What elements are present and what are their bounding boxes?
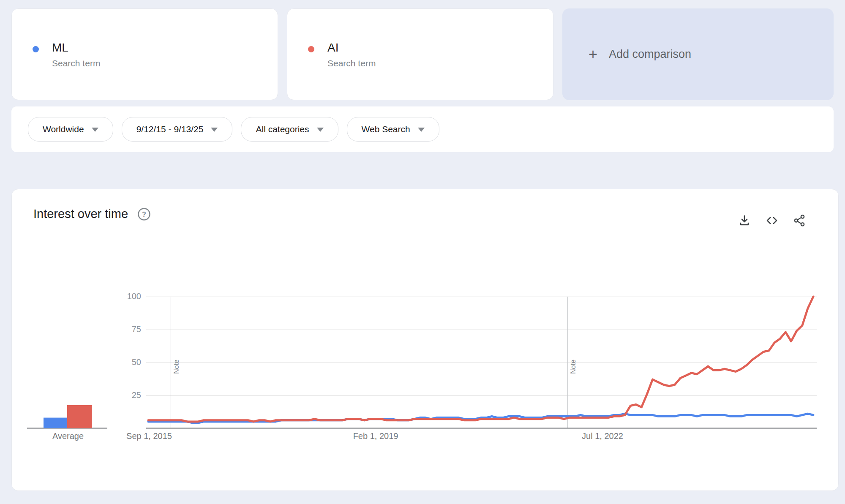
chevron-down-icon — [317, 128, 324, 132]
y-tick: 25 — [112, 390, 141, 400]
add-comparison-button[interactable]: + Add comparison — [562, 8, 834, 100]
trend-chart-plot[interactable]: 100 75 50 25 Sep 1, 2015 Feb 1, 2019 Jul… — [12, 189, 838, 490]
term-subtitle: Search term — [327, 58, 376, 68]
term-title: ML — [52, 41, 100, 55]
term-card-ml[interactable]: ML Search term — [11, 8, 278, 100]
average-label: Average — [34, 431, 102, 441]
trend-line-ai[interactable] — [148, 297, 813, 422]
interest-over-time-card: Interest over time ? — [11, 189, 839, 491]
search-terms-row: ML Search term AI Search term + Add comp… — [11, 8, 834, 100]
average-bar-ml[interactable] — [44, 418, 67, 428]
filter-searchtype-dropdown[interactable]: Web Search — [347, 117, 439, 142]
term-card-ai[interactable]: AI Search term — [287, 8, 553, 100]
chevron-down-icon — [418, 128, 425, 132]
filter-bar: Worldwide 9/12/15 - 9/13/25 All categori… — [11, 106, 834, 152]
x-tick: Jul 1, 2022 — [569, 431, 636, 441]
note-marker-label[interactable]: Note — [570, 360, 577, 374]
trend-lines-group — [44, 297, 813, 428]
gridlines — [146, 297, 817, 396]
term-title: AI — [327, 41, 376, 55]
note-marker-label[interactable]: Note — [173, 360, 180, 374]
series-color-dot-ml — [33, 46, 39, 52]
y-tick: 50 — [112, 357, 141, 367]
y-tick: 75 — [112, 324, 141, 334]
filter-category-dropdown[interactable]: All categories — [241, 117, 338, 142]
chevron-down-icon — [211, 128, 218, 132]
filter-daterange-dropdown[interactable]: 9/12/15 - 9/13/25 — [122, 117, 233, 142]
x-tick: Feb 1, 2019 — [342, 431, 409, 441]
filter-category-value: All categories — [256, 124, 309, 134]
series-color-dot-ai — [308, 46, 314, 52]
filter-region-value: Worldwide — [43, 124, 84, 134]
trend-chart-svg — [12, 189, 839, 491]
filter-region-dropdown[interactable]: Worldwide — [28, 117, 113, 142]
y-tick: 100 — [112, 292, 141, 301]
chevron-down-icon — [92, 128, 98, 132]
plus-icon: + — [589, 47, 597, 62]
filter-searchtype-value: Web Search — [362, 124, 410, 134]
add-comparison-label: Add comparison — [609, 48, 691, 61]
note-lines — [171, 297, 568, 428]
average-bar-ai[interactable] — [67, 405, 92, 428]
term-subtitle: Search term — [52, 58, 100, 68]
x-tick: Sep 1, 2015 — [115, 431, 183, 441]
filter-daterange-value: 9/12/15 - 9/13/25 — [136, 124, 204, 134]
